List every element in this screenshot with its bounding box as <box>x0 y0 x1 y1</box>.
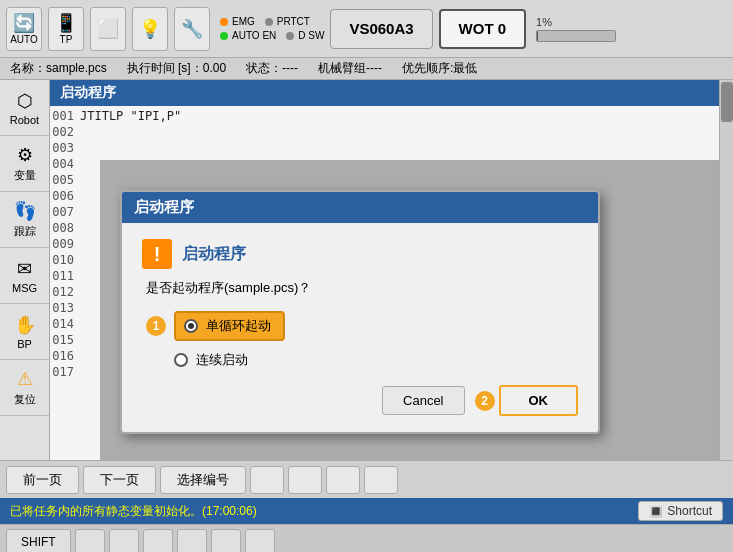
variable-icon: ⚙ <box>17 144 33 166</box>
sidebar-trace-label: 跟踪 <box>14 224 36 239</box>
toolbar-btn4[interactable] <box>250 466 284 494</box>
auto-label: AUTO <box>10 34 38 45</box>
radio-group: 1 单循环起动 连续启动 <box>146 311 578 369</box>
sidebar-item-variable[interactable]: ⚙ 变量 <box>0 136 49 192</box>
line-number: 010 <box>50 253 80 267</box>
modal-title: 启动程序 <box>134 198 194 215</box>
sidebar-item-trace[interactable]: 👣 跟踪 <box>0 192 49 248</box>
auto-button[interactable]: 🔄 AUTO <box>6 7 42 51</box>
sidebar-msg-label: MSG <box>12 282 37 294</box>
tp-label: TP <box>60 34 73 45</box>
modal-dialog: 启动程序 ! 启动程序 是否起动程序(sample.pcs)？ 1 单循环起动 <box>120 190 600 434</box>
scrollbar[interactable] <box>719 80 733 460</box>
line-number: 001 <box>50 109 80 123</box>
table-row: 002 <box>50 124 733 140</box>
line-number: 007 <box>50 205 80 219</box>
line-number: 017 <box>50 365 80 379</box>
shift-btn2[interactable] <box>75 529 105 553</box>
code-header: 启动程序 <box>50 80 733 106</box>
status-message: 已将任务内的所有静态变量初始化。(17:00:06) <box>10 503 257 520</box>
priority: 优先顺序:最低 <box>402 60 477 77</box>
shortcut-button[interactable]: 🔳 Shortcut <box>638 501 723 521</box>
line-number: 009 <box>50 237 80 251</box>
next-page-button[interactable]: 下一页 <box>83 466 156 494</box>
modal-question: 是否起动程序(sample.pcs)？ <box>146 279 578 297</box>
progress-bar-fill <box>537 31 538 41</box>
bulb-button[interactable]: 💡 <box>132 7 168 51</box>
shift-btn5[interactable] <box>177 529 207 553</box>
sidebar-item-robot[interactable]: ⬡ Robot <box>0 80 49 136</box>
option1-radio[interactable]: 单循环起动 <box>174 311 285 341</box>
step2-badge: 2 <box>475 391 495 411</box>
shift-btn6[interactable] <box>211 529 241 553</box>
dsw-label: D SW <box>298 30 324 41</box>
prtct-dot <box>265 18 273 26</box>
blank-button[interactable]: ⬜ <box>90 7 126 51</box>
code-title: 启动程序 <box>60 84 116 100</box>
tp-button[interactable]: 📱 TP <box>48 7 84 51</box>
top-bar: 🔄 AUTO 📱 TP ⬜ 💡 🔧 EMG PRTCT AUTO EN D SW… <box>0 0 733 58</box>
sidebar-item-reset[interactable]: ⚠ 复位 <box>0 360 49 416</box>
robot-icon: ⬡ <box>17 90 33 112</box>
shift-button[interactable]: SHIFT <box>6 529 71 553</box>
progress-area: 1% <box>536 16 616 42</box>
toolbar-btn5[interactable] <box>288 466 322 494</box>
sidebar-variable-label: 变量 <box>14 168 36 183</box>
select-number-button[interactable]: 选择编号 <box>160 466 246 494</box>
info-row: 名称：sample.pcs 执行时间 [s]：0.00 状态：---- 机械臂组… <box>0 58 733 80</box>
wot-button[interactable]: WOT 0 <box>439 9 527 49</box>
line-number: 003 <box>50 141 80 155</box>
sidebar: ⬡ Robot ⚙ 变量 👣 跟踪 ✉ MSG ✋ BP ⚠ 复位 <box>0 80 50 460</box>
tools-button[interactable]: 🔧 <box>174 7 210 51</box>
dsw-dot <box>286 32 294 40</box>
shortcut-label: Shortcut <box>667 504 712 518</box>
bottom-toolbar: 前一页 下一页 选择编号 <box>0 460 733 498</box>
sidebar-item-bp[interactable]: ✋ BP <box>0 304 49 360</box>
sidebar-robot-label: Robot <box>10 114 39 126</box>
main-area: ⬡ Robot ⚙ 变量 👣 跟踪 ✉ MSG ✋ BP ⚠ 复位 启动程序 <box>0 80 733 460</box>
line-number: 006 <box>50 189 80 203</box>
shift-bar: SHIFT <box>0 524 733 552</box>
emg-dot <box>220 18 228 26</box>
shift-btn4[interactable] <box>143 529 173 553</box>
prev-page-button[interactable]: 前一页 <box>6 466 79 494</box>
line-content: JTITLP "IPI,P" <box>80 109 181 123</box>
reset-icon: ⚠ <box>17 368 33 390</box>
modal-body: ! 启动程序 是否起动程序(sample.pcs)？ 1 单循环起动 <box>122 223 598 432</box>
status-bar: 已将任务内的所有静态变量初始化。(17:00:06) 🔳 Shortcut <box>0 498 733 524</box>
toolbar-btn6[interactable] <box>326 466 360 494</box>
line-number: 015 <box>50 333 80 347</box>
modal-title-text: 启动程序 <box>182 244 246 265</box>
ok-button[interactable]: OK <box>499 385 579 416</box>
trace-icon: 👣 <box>14 200 36 222</box>
vs-button[interactable]: VS060A3 <box>330 9 432 49</box>
shift-btn7[interactable] <box>245 529 275 553</box>
progress-label: 1% <box>536 16 552 28</box>
progress-bar <box>536 30 616 42</box>
bp-icon: ✋ <box>14 314 36 336</box>
line-number: 004 <box>50 157 80 171</box>
prtct-label: PRTCT <box>277 16 310 27</box>
code-area: 启动程序 001JTITLP "IPI,P"002003004005006007… <box>50 80 733 460</box>
shift-btn3[interactable] <box>109 529 139 553</box>
scrollbar-thumb[interactable] <box>721 82 733 122</box>
auto-en-label: AUTO EN <box>232 30 276 41</box>
step1-badge: 1 <box>146 316 166 336</box>
msg-icon: ✉ <box>17 258 32 280</box>
option2-radio[interactable]: 连续启动 <box>174 351 248 369</box>
modal-overlay: 启动程序 ! 启动程序 是否起动程序(sample.pcs)？ 1 单循环起动 <box>100 160 719 460</box>
modal-header-row: ! 启动程序 <box>142 239 578 269</box>
radio2-circle[interactable] <box>174 353 188 367</box>
radio1-circle[interactable] <box>184 319 198 333</box>
line-number: 013 <box>50 301 80 315</box>
exec-time: 执行时间 [s]：0.00 <box>127 60 226 77</box>
toolbar-btn7[interactable] <box>364 466 398 494</box>
line-number: 002 <box>50 125 80 139</box>
option2-label: 连续启动 <box>196 351 248 369</box>
cancel-button[interactable]: Cancel <box>382 386 464 415</box>
modal-title-bar: 启动程序 <box>122 192 598 223</box>
sidebar-item-msg[interactable]: ✉ MSG <box>0 248 49 304</box>
sidebar-reset-label: 复位 <box>14 392 36 407</box>
table-row: 003 <box>50 140 733 156</box>
option1-label: 单循环起动 <box>206 317 271 335</box>
